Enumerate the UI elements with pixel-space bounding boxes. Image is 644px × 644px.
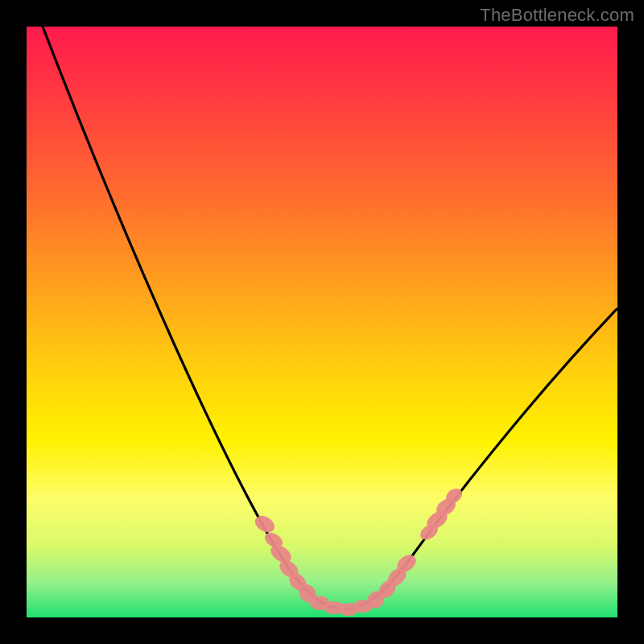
curve-path [43,27,617,609]
marker-cluster [252,485,464,616]
chart-frame: TheBottleneck.com [0,0,644,644]
plot-area [27,27,617,617]
svg-point-0 [252,513,278,536]
bottleneck-curve [27,27,617,617]
watermark-text: TheBottleneck.com [480,5,634,26]
